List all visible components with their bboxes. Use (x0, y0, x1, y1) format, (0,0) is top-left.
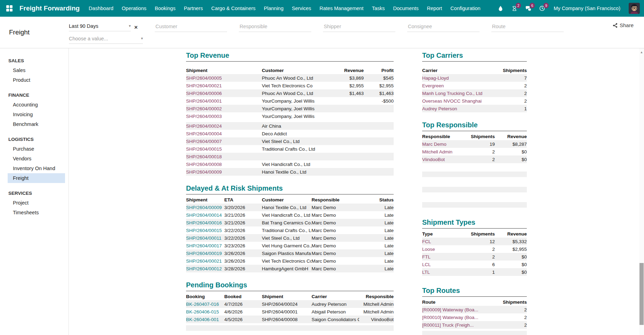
table-link-cell[interactable]: SHP/2604/00015 (186, 228, 224, 233)
table-link-cell[interactable]: LTL (422, 270, 467, 275)
table-link-cell[interactable]: SHP/2604/00006 (186, 91, 262, 96)
table-cell: $2,955 (364, 83, 394, 88)
menu-documents[interactable]: Documents (393, 6, 418, 11)
table-link-cell[interactable]: SHP/2604/00002 (186, 106, 262, 111)
table-cell: Late (359, 220, 394, 225)
company-name[interactable]: My Company (San Francisco) (554, 6, 620, 11)
table-link-cell[interactable]: SHP/2604/00021 (186, 258, 224, 264)
table-link-cell[interactable]: Manh Long Trucking Co., Ltd (422, 91, 492, 96)
consignee-filter-input[interactable] (407, 22, 480, 32)
water-drop-icon[interactable] (497, 5, 504, 12)
menu-rates-management[interactable]: Rates Management (320, 6, 364, 11)
sidebar-item-sales[interactable]: Sales (8, 65, 65, 75)
table-link-cell[interactable]: Marc Demo (422, 142, 467, 147)
table-link-cell[interactable]: Overseas NVOCC Shanghai (422, 98, 492, 104)
messages-chat-icon[interactable]: 6 (524, 5, 532, 12)
table-link-cell[interactable]: SHP/2604/00011 (186, 236, 224, 241)
table-link-cell[interactable]: LCL (422, 262, 467, 267)
route-filter-input[interactable] (491, 22, 564, 32)
empty-row-stripe (422, 187, 527, 192)
table-link-cell[interactable]: SHP/2604/00005 (186, 75, 262, 81)
table-link-cell[interactable]: FTL (422, 254, 467, 260)
table-cell: 4/7/2026 (224, 302, 262, 307)
menu-tasks[interactable]: Tasks (372, 6, 385, 11)
table-link-cell[interactable]: SHP/2604/00009 (186, 169, 262, 175)
menu-report[interactable]: Report (427, 6, 442, 11)
responsible-filter-input[interactable] (239, 22, 311, 32)
table-link-cell[interactable]: SHP/2604/00015 (186, 146, 262, 152)
table-link-cell[interactable]: SHP/2604/00007 (186, 139, 262, 144)
menu-operations[interactable]: Operations (122, 6, 146, 11)
table-link-cell[interactable]: Hapag-Lloyd (422, 75, 492, 81)
table-cell: 3/28/2026 (224, 266, 262, 271)
table-link-cell[interactable]: SHP/2604/00014 (186, 213, 224, 218)
menu-dashboard[interactable]: Dashboard (89, 6, 113, 11)
user-avatar[interactable] (629, 3, 640, 14)
date-range-filter[interactable]: Last 90 Days ▾ × (69, 22, 143, 33)
table-link-cell[interactable]: BK-260406-015 (186, 309, 224, 314)
customer-filter-input[interactable] (155, 22, 227, 32)
table-link-cell[interactable]: SHP/2604/00003 (186, 114, 262, 119)
table-row: FTL2$0 (422, 253, 527, 261)
sidebar-item-purchase[interactable]: Purchase (8, 144, 65, 154)
table-link-cell[interactable]: SHP/2604/00008 (186, 162, 262, 167)
table-link-cell[interactable]: SHP/2604/00019 (186, 251, 224, 256)
menu-planning[interactable]: Planning (264, 6, 283, 11)
menu-configuration[interactable]: Configuration (450, 6, 480, 11)
scrollbar-thumb[interactable] (639, 263, 644, 325)
top-routes-section: Top Routes RouteShipments[R00009] Waterw… (422, 286, 527, 335)
table-row: SHP/2604/00009Hanoi Textile Co., Ltd (186, 168, 394, 176)
menu-cargo-containers[interactable]: Cargo & Containers (211, 6, 255, 11)
scrollbar-up-arrow[interactable]: ▲ (639, 48, 644, 54)
followup-clock-icon[interactable]: 9 (538, 5, 546, 12)
menu-partners[interactable]: Partners (184, 6, 203, 11)
apps-menu-icon[interactable] (3, 2, 15, 14)
clear-filter-icon[interactable]: × (134, 24, 138, 30)
column-header-responsible: Responsible (422, 134, 467, 139)
sidebar-item-benchmark[interactable]: Benchmark (8, 119, 65, 129)
table-link-cell[interactable]: BK-260407-016 (186, 302, 224, 307)
table-link-cell[interactable]: SHP/2604/00018 (186, 154, 262, 159)
table-link-cell[interactable]: Mitchell Admin (422, 149, 467, 154)
table-link-cell[interactable]: [R00011] Truck (Freigh... (422, 322, 492, 328)
table-link-cell[interactable]: SHP/2604/00004 (186, 131, 262, 136)
sidebar-item-freight[interactable]: Freight (8, 173, 65, 183)
table-link-cell[interactable]: SHP/2604/00001 (186, 98, 262, 104)
table-link-cell[interactable]: BK-260406-001 (186, 317, 224, 322)
table-link-cell[interactable]: SHP/2604/00009 (186, 205, 224, 210)
table-link-cell[interactable]: Loose (422, 247, 467, 252)
sidebar-item-accounting[interactable]: Accounting (8, 100, 65, 110)
table-link-cell[interactable]: [R00010] Waterway (Boa... (422, 315, 492, 320)
column-header-responsible: Responsible (359, 294, 394, 299)
value-select-filter[interactable]: Choose a value... ▾ (69, 34, 143, 45)
menu-bookings[interactable]: Bookings (155, 6, 176, 11)
section-title-top-carriers: Top Carriers (422, 51, 527, 62)
table-link-cell[interactable]: [R00009] Waterway (Boa... (422, 307, 492, 312)
app-title[interactable]: Freight Forwarding (19, 5, 80, 12)
table-link-cell[interactable]: FCL (422, 239, 467, 244)
table-link-cell[interactable]: ViindooBot (422, 157, 467, 162)
table-link-cell[interactable]: Audrey Peterson (422, 106, 492, 111)
table-link-cell[interactable]: SHP/2604/00016 (186, 220, 224, 225)
table-link-cell[interactable]: SHP/2604/00017 (186, 243, 224, 248)
shipper-filter-input[interactable] (323, 22, 395, 32)
sidebar-item-product[interactable]: Product (8, 75, 65, 85)
table-cell: Marc Demo (312, 266, 359, 271)
table-cell: 3/26/2026 (224, 251, 262, 256)
sidebar-item-project[interactable]: Project (8, 198, 65, 208)
table-link-cell[interactable]: Evergreen (422, 83, 492, 88)
share-button[interactable]: Share (612, 22, 634, 28)
vertical-scrollbar[interactable]: ▲ (639, 48, 644, 335)
table-link-cell[interactable]: SHP/2604/00021 (186, 83, 262, 88)
table-link-cell[interactable]: SHP/2604/00012 (186, 266, 224, 271)
sidebar-item-inventory-on-hand[interactable]: Inventory On Hand (8, 163, 65, 173)
table-link-cell[interactable]: SHP/2604/00024 (186, 123, 262, 129)
sidebar-item-vendors[interactable]: Vendors (8, 154, 65, 163)
chevron-down-icon: ▾ (141, 36, 143, 41)
table-cell: 3/20/2026 (224, 205, 262, 210)
column-header-shipments: Shipments (467, 134, 497, 139)
menu-services[interactable]: Services (292, 6, 311, 11)
activities-hourglass-icon[interactable]: 2 (510, 5, 518, 12)
sidebar-item-timesheets[interactable]: Timesheets (8, 208, 65, 217)
sidebar-item-invoicing[interactable]: Invoicing (8, 110, 65, 119)
